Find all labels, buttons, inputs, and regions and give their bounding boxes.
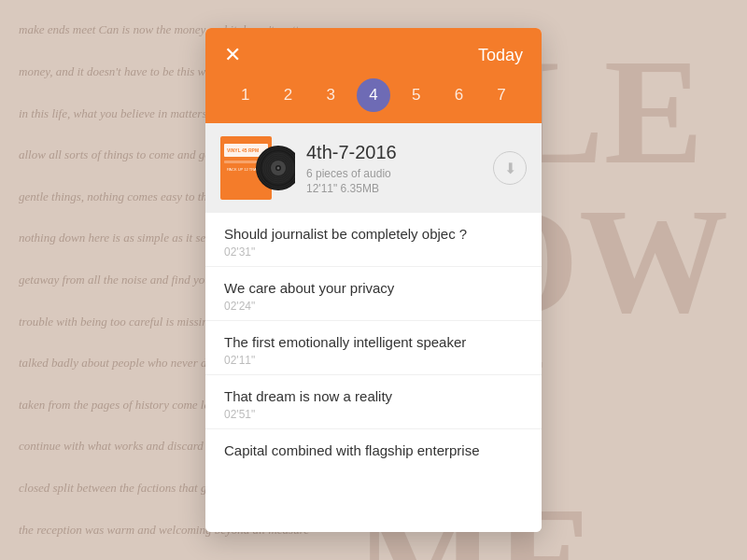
album-section: VINYL 45 RPM PACK UP 12 TRACKS 4t: [205, 123, 542, 213]
track-list: Should journalist be completely objec ? …: [205, 213, 542, 532]
track-title-5: Capital combined with flagship enterpris…: [224, 442, 523, 458]
track-item-1[interactable]: Should journalist be completely objec ? …: [205, 213, 542, 267]
track-duration-3: 02'11": [224, 354, 523, 367]
track-title-4: That dream is now a reality: [224, 388, 523, 404]
track-title-3: The first emotionally intelligent speake…: [224, 334, 523, 350]
header-top: ✕ Today: [224, 45, 523, 78]
today-label: Today: [478, 46, 523, 65]
close-button[interactable]: ✕: [224, 45, 241, 65]
track-duration-4: 02'51": [224, 408, 523, 421]
day-4[interactable]: 4: [357, 78, 390, 112]
album-cover: VINYL 45 RPM PACK UP 12 TRACKS: [220, 136, 295, 200]
day-3[interactable]: 3: [314, 78, 347, 112]
main-card: ✕ Today 1 2 3 4 5 6 7 VINYL 45 RPM PACK …: [205, 28, 542, 532]
download-button[interactable]: ⬇: [493, 151, 527, 185]
album-pieces: 6 pieces of audio: [306, 167, 482, 180]
track-duration-1: 02'31": [224, 245, 523, 259]
track-title-2: We care about your privacy: [224, 280, 523, 296]
track-item-3[interactable]: The first emotionally intelligent speake…: [205, 321, 542, 375]
track-item-5[interactable]: Capital combined with flagship enterpris…: [205, 429, 542, 469]
track-item-2[interactable]: We care about your privacy 02'24": [205, 267, 542, 321]
album-duration: 12'11" 6.35MB: [306, 182, 482, 195]
card-header: ✕ Today 1 2 3 4 5 6 7: [205, 28, 542, 123]
svg-point-9: [277, 167, 280, 170]
album-date: 4th-7-2016: [306, 142, 482, 163]
track-duration-2: 02'24": [224, 300, 523, 313]
day-6[interactable]: 6: [442, 78, 475, 112]
track-title-1: Should journalist be completely objec ?: [224, 226, 523, 242]
day-2[interactable]: 2: [272, 78, 305, 112]
download-icon: ⬇: [504, 160, 516, 177]
day-selector: 1 2 3 4 5 6 7: [224, 78, 523, 123]
day-7[interactable]: 7: [485, 78, 518, 112]
svg-text:VINYL 45 RPM: VINYL 45 RPM: [227, 147, 259, 153]
track-item-4[interactable]: That dream is now a reality 02'51": [205, 375, 542, 429]
day-5[interactable]: 5: [400, 78, 433, 112]
day-1[interactable]: 1: [229, 78, 262, 112]
album-info: 4th-7-2016 6 pieces of audio 12'11" 6.35…: [306, 142, 482, 195]
